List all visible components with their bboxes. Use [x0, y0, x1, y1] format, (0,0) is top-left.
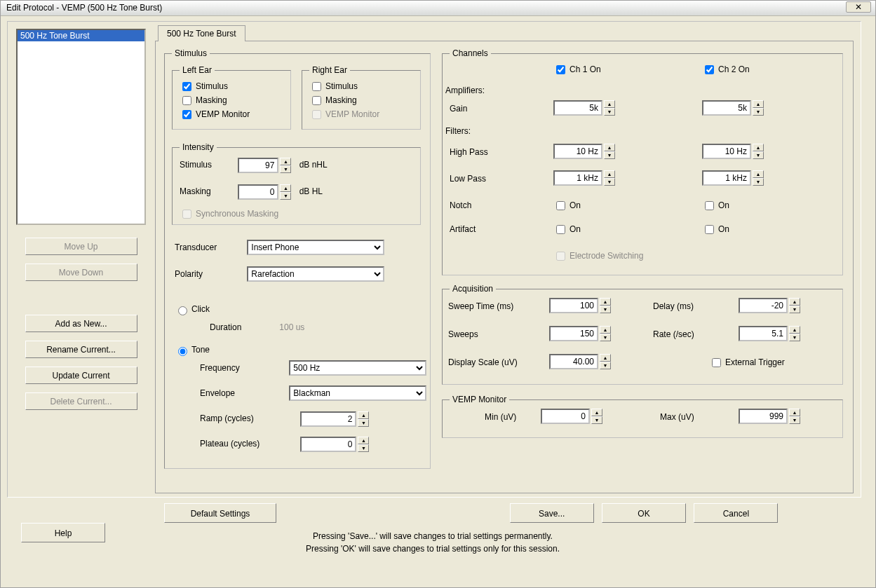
- intensity-masking-unit: dB HL: [299, 183, 323, 200]
- gain-ch1-spinner[interactable]: ▲▼: [604, 100, 615, 116]
- ramp-spinner[interactable]: ▲▼: [358, 411, 369, 427]
- electrode-switching-checkbox: [556, 252, 565, 261]
- notch-ch2-label[interactable]: On: [702, 200, 729, 210]
- envelope-label: Envelope: [200, 385, 287, 402]
- external-trigger-label[interactable]: External Trigger: [709, 357, 785, 367]
- protocol-list[interactable]: 500 Hz Tone Burst: [16, 29, 146, 225]
- ch1-on-label[interactable]: Ch 1 On: [553, 64, 601, 74]
- click-radio-label[interactable]: Click: [175, 304, 210, 314]
- vemp-monitor-group: VEMP Monitor Min (uV) ▲▼ Max (uV) ▲▼: [442, 395, 843, 438]
- sweeps-label: Sweeps: [448, 329, 478, 339]
- artifact-ch1-checkbox[interactable]: [556, 225, 565, 234]
- notch-label: Notch: [450, 200, 471, 210]
- tone-radio-label[interactable]: Tone: [175, 345, 210, 355]
- vemp-max-spinner[interactable]: ▲▼: [789, 409, 800, 424]
- delay-input[interactable]: [739, 298, 788, 313]
- left-stimulus-checkbox-label[interactable]: Stimulus: [180, 79, 283, 93]
- envelope-select[interactable]: Blackman: [289, 385, 426, 401]
- right-masking-checkbox-label[interactable]: Masking: [309, 93, 413, 107]
- intensity-masking-input[interactable]: [238, 184, 278, 200]
- vemp-monitor-legend: VEMP Monitor: [450, 395, 509, 404]
- vemp-max-input[interactable]: [739, 409, 788, 424]
- delay-label: Delay (ms): [653, 301, 694, 311]
- transducer-select[interactable]: Insert Phone: [247, 240, 384, 255]
- intensity-legend: Intensity: [180, 142, 217, 152]
- default-settings-button[interactable]: Default Settings: [164, 503, 276, 523]
- ok-button[interactable]: OK: [602, 503, 686, 523]
- cancel-button[interactable]: Cancel: [694, 503, 778, 523]
- frequency-select[interactable]: 500 Hz: [289, 360, 426, 376]
- gain-ch1-input[interactable]: [553, 100, 602, 116]
- high-pass-ch2-input[interactable]: [702, 144, 751, 159]
- notch-ch1-label[interactable]: On: [553, 200, 581, 210]
- save-button[interactable]: Save...: [510, 503, 594, 523]
- intensity-stimulus-input[interactable]: [238, 158, 278, 173]
- tab-label[interactable]: 500 Hz Tone Burst: [158, 25, 245, 41]
- display-scale-spinner[interactable]: ▲▼: [600, 354, 611, 369]
- gain-label: Gain: [450, 104, 467, 114]
- right-stimulus-checkbox[interactable]: [312, 82, 321, 91]
- intensity-masking-spinner[interactable]: ▲▼: [280, 184, 291, 200]
- artifact-ch2-label[interactable]: On: [702, 224, 729, 234]
- left-stimulus-checkbox[interactable]: [182, 82, 191, 91]
- vemp-min-input[interactable]: [541, 409, 590, 424]
- electrode-switching-label: Electrode Switching: [553, 251, 643, 261]
- sweeps-input[interactable]: [549, 326, 598, 341]
- display-scale-input[interactable]: [549, 354, 598, 369]
- high-pass-ch1-input[interactable]: [553, 144, 602, 159]
- rate-label: Rate (/sec): [653, 329, 694, 339]
- right-masking-checkbox[interactable]: [312, 96, 321, 105]
- click-radio[interactable]: [178, 306, 187, 315]
- left-ear-group: Left Ear Stimulus Masking VEMP Monitor: [172, 65, 291, 130]
- close-button[interactable]: ✕: [846, 1, 871, 13]
- ch2-on-label[interactable]: Ch 2 On: [702, 64, 750, 74]
- rate-spinner[interactable]: ▲▼: [789, 326, 800, 341]
- external-trigger-checkbox[interactable]: [712, 358, 721, 367]
- plateau-label: Plateau (cycles): [200, 435, 298, 452]
- rate-input[interactable]: [739, 326, 788, 341]
- artifact-ch2-checkbox[interactable]: [705, 225, 714, 234]
- rename-current-button[interactable]: Rename Current...: [25, 341, 137, 358]
- lp-ch1-spinner[interactable]: ▲▼: [604, 170, 615, 186]
- move-down-button[interactable]: Move Down: [25, 264, 137, 281]
- artifact-ch1-label[interactable]: On: [553, 224, 581, 234]
- move-up-button[interactable]: Move Up: [25, 238, 137, 255]
- ramp-input[interactable]: [300, 411, 356, 427]
- left-vemp-checkbox[interactable]: [182, 110, 191, 119]
- tab-area: 500 Hz Tone Burst Stimulus Left Ear Stim…: [155, 25, 854, 487]
- delay-spinner[interactable]: ▲▼: [789, 298, 800, 313]
- footer-note-1: Pressing 'Save...' will save changes to …: [6, 530, 860, 542]
- tone-radio[interactable]: [178, 347, 187, 356]
- sync-masking-checkbox: [182, 210, 191, 219]
- lp-ch2-spinner[interactable]: ▲▼: [753, 170, 764, 186]
- low-pass-ch2-input[interactable]: [702, 170, 751, 186]
- plateau-input[interactable]: [300, 437, 356, 452]
- sweep-time-spinner[interactable]: ▲▼: [600, 298, 611, 313]
- notch-ch1-checkbox[interactable]: [556, 201, 565, 210]
- low-pass-ch1-input[interactable]: [553, 170, 602, 186]
- gain-ch2-input[interactable]: [702, 100, 751, 116]
- left-masking-checkbox-label[interactable]: Masking: [180, 93, 283, 107]
- vemp-min-spinner[interactable]: ▲▼: [591, 409, 602, 424]
- plateau-spinner[interactable]: ▲▼: [358, 437, 369, 452]
- sweep-time-input[interactable]: [549, 298, 598, 313]
- hp-ch2-spinner[interactable]: ▲▼: [753, 144, 764, 159]
- right-stimulus-checkbox-label[interactable]: Stimulus: [309, 79, 413, 93]
- sync-masking-label: Synchronous Masking: [180, 207, 278, 221]
- add-as-new-button[interactable]: Add as New...: [25, 315, 137, 332]
- gain-ch2-spinner[interactable]: ▲▼: [753, 100, 764, 116]
- ch1-on-checkbox[interactable]: [556, 65, 565, 74]
- notch-ch2-checkbox[interactable]: [705, 201, 714, 210]
- hp-ch1-spinner[interactable]: ▲▼: [604, 144, 615, 159]
- ch2-on-checkbox[interactable]: [705, 65, 714, 74]
- left-vemp-checkbox-label[interactable]: VEMP Monitor: [180, 107, 283, 121]
- list-item[interactable]: 500 Hz Tone Burst: [18, 30, 144, 41]
- sweeps-spinner[interactable]: ▲▼: [600, 326, 611, 341]
- delete-current-button[interactable]: Delete Current...: [25, 392, 137, 410]
- right-ear-legend: Right Ear: [309, 65, 350, 75]
- intensity-stimulus-spinner[interactable]: ▲▼: [280, 158, 291, 173]
- polarity-select[interactable]: Rarefaction: [247, 266, 384, 282]
- left-masking-checkbox[interactable]: [182, 96, 191, 105]
- transducer-label: Transducer: [175, 239, 245, 256]
- update-current-button[interactable]: Update Current: [25, 367, 137, 384]
